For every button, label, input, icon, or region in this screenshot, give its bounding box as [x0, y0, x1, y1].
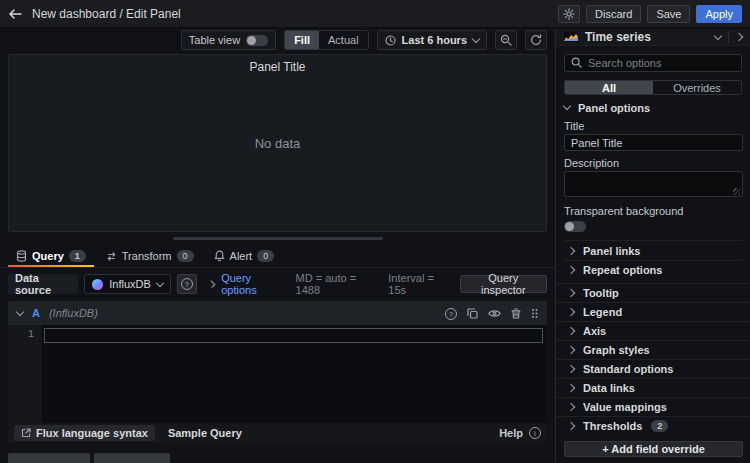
- grafana-edit-panel-window: New dashboard / Edit Panel Discard Save …: [0, 0, 750, 463]
- bell-icon: [214, 250, 225, 262]
- bottom-tabs: Query 1 Transform 0 Alert 0: [0, 246, 555, 269]
- chevron-right-icon: [567, 346, 575, 354]
- transform-count-badge: 0: [177, 250, 194, 262]
- section-label: Thresholds: [583, 420, 642, 432]
- title-field-label: Title: [564, 120, 742, 132]
- visualization-picker[interactable]: Time series: [556, 30, 750, 46]
- navbar-actions: Discard Save Apply: [558, 5, 742, 23]
- save-button[interactable]: Save: [647, 5, 690, 23]
- duplicate-icon[interactable]: [467, 308, 478, 319]
- section-data-links[interactable]: Data links: [556, 378, 750, 397]
- code-input-line[interactable]: [44, 328, 543, 343]
- top-navbar: New dashboard / Edit Panel Discard Save …: [0, 0, 750, 28]
- panel-links-label: Panel links: [583, 245, 640, 257]
- interval-meta: Interval = 15s: [388, 272, 447, 296]
- sample-query-label: Sample Query: [168, 427, 242, 439]
- sample-query-button[interactable]: Sample Query: [161, 425, 249, 441]
- options-filter-tabs: All Overrides: [564, 80, 742, 96]
- filter-tab-all[interactable]: All: [565, 81, 653, 95]
- flux-syntax-link[interactable]: Flux language syntax: [14, 425, 155, 441]
- transparent-bg-toggle[interactable]: [564, 221, 586, 232]
- apply-button[interactable]: Apply: [696, 5, 742, 23]
- description-textarea[interactable]: [564, 171, 743, 197]
- section-label: Tooltip: [583, 287, 619, 299]
- eye-icon[interactable]: [488, 309, 501, 318]
- repeat-options-section[interactable]: Repeat options: [564, 260, 742, 279]
- chevron-right-icon: [567, 365, 575, 373]
- database-icon: [16, 250, 27, 262]
- add-query-button[interactable]: [8, 453, 90, 463]
- panel-links-section[interactable]: Panel links: [564, 240, 742, 259]
- section-axis[interactable]: Axis: [556, 321, 750, 340]
- tab-transform[interactable]: Transform 0: [98, 246, 202, 268]
- panel-preview[interactable]: Panel Title No data: [8, 54, 547, 232]
- resize-handle[interactable]: [173, 237, 383, 240]
- description-field-label: Description: [564, 157, 742, 169]
- help-icon[interactable]: ?: [445, 307, 457, 320]
- section-tooltip[interactable]: Tooltip: [556, 283, 750, 302]
- time-range-label: Last 6 hours: [402, 34, 467, 46]
- section-label: Graph styles: [583, 344, 650, 356]
- panel-options-header[interactable]: Panel options: [564, 101, 742, 113]
- no-data-message: No data: [255, 135, 301, 150]
- edit-area: Table view Fill Actual Last 6 hours: [0, 28, 555, 463]
- angle-right-icon[interactable]: [735, 33, 743, 41]
- query-inspector-button[interactable]: Query inspector: [460, 275, 547, 293]
- table-view-toggle[interactable]: [246, 35, 268, 46]
- chevron-right-icon: [567, 384, 575, 392]
- refresh-button[interactable]: [525, 30, 547, 50]
- collapse-chevron-icon[interactable]: [16, 308, 24, 316]
- chevron-right-icon: [567, 403, 575, 411]
- add-field-override-button[interactable]: + Add field override: [564, 441, 743, 457]
- option-sections: Tooltip Legend Axis Graph styles Standar…: [556, 283, 750, 435]
- tab-label: Alert: [230, 250, 253, 262]
- help-circle-icon: ?: [181, 278, 193, 290]
- options-search[interactable]: [564, 54, 742, 72]
- panel-title-input[interactable]: [564, 134, 743, 152]
- thresholds-count-badge: 2: [651, 420, 668, 432]
- query-row-header[interactable]: A (InfluxDB) ?: [8, 301, 547, 325]
- query-row-actions: ?: [445, 307, 538, 320]
- section-standard-options[interactable]: Standard options: [556, 359, 750, 378]
- code-area[interactable]: [42, 325, 547, 423]
- chevron-down-icon[interactable]: [714, 32, 722, 40]
- gear-icon: [563, 8, 575, 20]
- datasource-help-button[interactable]: ?: [177, 274, 197, 294]
- query-editor-card: A (InfluxDB) ?: [8, 301, 547, 443]
- editor-help[interactable]: Help i: [499, 427, 541, 439]
- settings-button[interactable]: [558, 5, 580, 23]
- resize-corner-icon[interactable]: [733, 188, 740, 195]
- back-arrow-icon[interactable]: [8, 8, 22, 20]
- zoom-out-button[interactable]: [495, 30, 517, 50]
- query-options-toggle[interactable]: Query options: [209, 272, 282, 296]
- time-range-picker[interactable]: Last 6 hours: [377, 30, 487, 50]
- query-count-badge: 1: [69, 250, 86, 262]
- section-value-mappings[interactable]: Value mappings: [556, 397, 750, 416]
- refresh-icon: [530, 34, 542, 46]
- filter-tab-overrides[interactable]: Overrides: [653, 81, 741, 95]
- datasource-select[interactable]: InfluxDB: [84, 274, 171, 294]
- content: Table view Fill Actual Last 6 hours: [0, 28, 750, 463]
- add-expression-button[interactable]: [94, 453, 170, 463]
- discard-button[interactable]: Discard: [586, 5, 641, 23]
- tab-label: Transform: [122, 250, 172, 262]
- query-options-label: Query options: [221, 272, 281, 296]
- tab-query[interactable]: Query 1: [8, 246, 94, 268]
- search-input[interactable]: [588, 57, 735, 69]
- section-graph-styles[interactable]: Graph styles: [556, 340, 750, 359]
- panel-toolbar: Table view Fill Actual Last 6 hours: [8, 30, 547, 50]
- panel-options-heading: Panel options: [578, 102, 650, 114]
- page-title: New dashboard / Edit Panel: [32, 7, 181, 21]
- trash-icon[interactable]: [511, 308, 521, 319]
- fill-button[interactable]: Fill: [285, 31, 319, 49]
- drag-handle-icon[interactable]: [531, 308, 538, 319]
- section-thresholds[interactable]: Thresholds 2: [556, 416, 750, 435]
- transform-icon: [106, 251, 117, 262]
- tab-alert[interactable]: Alert 0: [206, 246, 283, 268]
- query-editor-footer: Flux language syntax Sample Query Help i: [8, 423, 547, 443]
- actual-button[interactable]: Actual: [319, 31, 368, 49]
- section-legend[interactable]: Legend: [556, 302, 750, 321]
- code-editor[interactable]: 1: [8, 325, 547, 423]
- clock-icon: [385, 35, 396, 46]
- search-icon: [571, 57, 582, 68]
